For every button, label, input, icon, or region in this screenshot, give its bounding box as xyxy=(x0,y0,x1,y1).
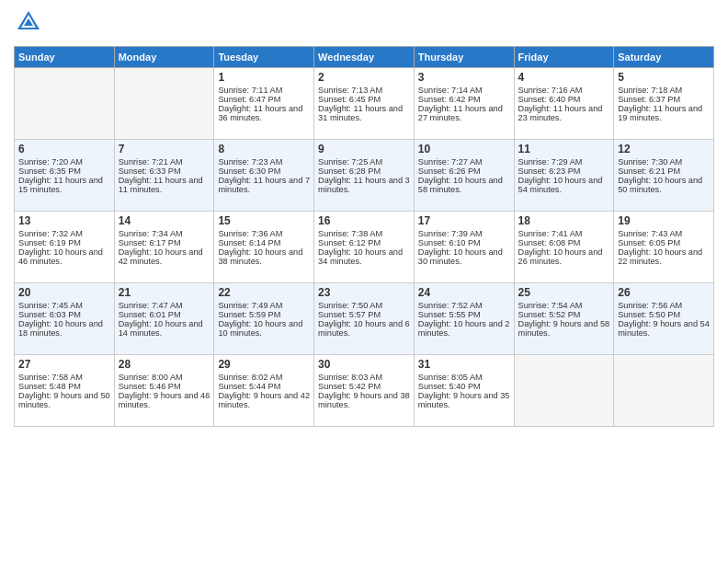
day-info: Daylight: 10 hours and 26 minutes. xyxy=(518,247,610,266)
day-cell: 20Sunrise: 7:45 AMSunset: 6:03 PMDayligh… xyxy=(15,283,115,355)
day-info: Daylight: 10 hours and 34 minutes. xyxy=(318,247,410,266)
day-cell xyxy=(514,355,614,427)
day-info: Sunrise: 8:05 AM xyxy=(418,373,510,382)
day-info: Sunrise: 7:23 AM xyxy=(218,157,310,167)
day-info: Daylight: 10 hours and 58 minutes. xyxy=(418,176,510,194)
day-info: Daylight: 9 hours and 38 minutes. xyxy=(318,391,410,409)
day-number: 14 xyxy=(119,214,210,227)
day-cell: 2Sunrise: 7:13 AMSunset: 6:45 PMDaylight… xyxy=(314,68,415,140)
day-info: Sunrise: 7:39 AM xyxy=(418,229,510,238)
day-cell: 27Sunrise: 7:58 AMSunset: 5:48 PMDayligh… xyxy=(15,355,115,427)
day-info: Sunset: 6:30 PM xyxy=(218,167,310,176)
day-number: 21 xyxy=(119,286,210,299)
day-info: Sunset: 5:48 PM xyxy=(18,382,110,391)
day-number: 17 xyxy=(418,214,510,227)
day-info: Sunset: 6:42 PM xyxy=(418,95,510,104)
day-info: Sunset: 5:55 PM xyxy=(418,310,510,319)
day-info: Sunrise: 7:45 AM xyxy=(18,301,110,310)
day-number: 20 xyxy=(18,286,110,299)
day-info: Sunrise: 7:36 AM xyxy=(218,229,310,238)
day-number: 24 xyxy=(418,286,510,299)
day-info: Sunset: 5:50 PM xyxy=(618,310,710,319)
day-info: Sunset: 6:14 PM xyxy=(218,238,310,247)
day-info: Daylight: 10 hours and 42 minutes. xyxy=(119,247,210,266)
day-info: Daylight: 10 hours and 6 minutes. xyxy=(318,319,410,338)
day-info: Sunrise: 7:18 AM xyxy=(618,86,710,95)
day-info: Daylight: 10 hours and 30 minutes. xyxy=(418,247,510,266)
day-info: Sunrise: 8:02 AM xyxy=(218,373,310,382)
day-info: Sunrise: 8:03 AM xyxy=(318,373,410,382)
day-number: 7 xyxy=(119,143,210,155)
day-info: Sunrise: 7:13 AM xyxy=(318,86,410,95)
day-cell: 23Sunrise: 7:50 AMSunset: 5:57 PMDayligh… xyxy=(314,283,415,355)
day-info: Daylight: 9 hours and 42 minutes. xyxy=(218,391,310,409)
day-cell: 13Sunrise: 7:32 AMSunset: 6:19 PMDayligh… xyxy=(15,212,115,283)
day-info: Sunrise: 7:54 AM xyxy=(518,301,610,310)
day-number: 4 xyxy=(518,71,610,84)
week-row-5: 27Sunrise: 7:58 AMSunset: 5:48 PMDayligh… xyxy=(15,355,714,427)
day-cell xyxy=(15,68,115,140)
day-number: 10 xyxy=(418,143,510,155)
day-cell: 18Sunrise: 7:41 AMSunset: 6:08 PMDayligh… xyxy=(514,212,614,283)
day-info: Daylight: 10 hours and 14 minutes. xyxy=(119,319,210,338)
day-info: Sunset: 6:10 PM xyxy=(418,238,510,247)
day-info: Sunset: 6:17 PM xyxy=(119,238,210,247)
day-info: Sunrise: 7:41 AM xyxy=(518,229,610,238)
day-info: Sunset: 6:08 PM xyxy=(518,238,610,247)
day-info: Sunrise: 7:47 AM xyxy=(119,301,210,310)
day-info: Sunset: 5:44 PM xyxy=(218,382,310,391)
day-info: Daylight: 11 hours and 11 minutes. xyxy=(119,176,210,194)
day-number: 6 xyxy=(18,143,110,155)
day-info: Sunset: 6:35 PM xyxy=(18,167,110,176)
header xyxy=(14,9,714,39)
week-row-1: 1Sunrise: 7:11 AMSunset: 6:47 PMDaylight… xyxy=(15,68,714,140)
day-cell: 24Sunrise: 7:52 AMSunset: 5:55 PMDayligh… xyxy=(414,283,514,355)
day-number: 29 xyxy=(218,358,310,371)
day-number: 19 xyxy=(618,214,710,227)
day-info: Daylight: 10 hours and 46 minutes. xyxy=(18,247,110,266)
day-info: Sunset: 6:05 PM xyxy=(618,238,710,247)
day-cell: 6Sunrise: 7:20 AMSunset: 6:35 PMDaylight… xyxy=(15,140,115,212)
header-cell-monday: Monday xyxy=(114,47,214,68)
day-number: 25 xyxy=(518,286,610,299)
day-cell: 8Sunrise: 7:23 AMSunset: 6:30 PMDaylight… xyxy=(214,140,314,212)
day-cell: 4Sunrise: 7:16 AMSunset: 6:40 PMDaylight… xyxy=(514,68,614,140)
day-number: 23 xyxy=(318,286,410,299)
day-cell: 15Sunrise: 7:36 AMSunset: 6:14 PMDayligh… xyxy=(214,212,314,283)
day-number: 30 xyxy=(318,358,410,371)
day-info: Daylight: 11 hours and 27 minutes. xyxy=(418,104,510,122)
day-info: Sunset: 6:33 PM xyxy=(119,167,210,176)
day-info: Sunset: 6:12 PM xyxy=(318,238,410,247)
day-info: Daylight: 11 hours and 19 minutes. xyxy=(618,104,710,122)
day-cell: 25Sunrise: 7:54 AMSunset: 5:52 PMDayligh… xyxy=(514,283,614,355)
day-info: Sunrise: 7:14 AM xyxy=(418,86,510,95)
day-info: Sunrise: 8:00 AM xyxy=(119,373,210,382)
day-info: Daylight: 9 hours and 35 minutes. xyxy=(418,391,510,409)
day-cell: 31Sunrise: 8:05 AMSunset: 5:40 PMDayligh… xyxy=(414,355,514,427)
day-info: Sunrise: 7:49 AM xyxy=(218,301,310,310)
day-info: Daylight: 11 hours and 36 minutes. xyxy=(218,104,310,122)
day-info: Sunrise: 7:27 AM xyxy=(418,157,510,167)
day-number: 18 xyxy=(518,214,610,227)
day-cell: 16Sunrise: 7:38 AMSunset: 6:12 PMDayligh… xyxy=(314,212,415,283)
day-cell: 11Sunrise: 7:29 AMSunset: 6:23 PMDayligh… xyxy=(514,140,614,212)
day-cell: 29Sunrise: 8:02 AMSunset: 5:44 PMDayligh… xyxy=(214,355,314,427)
logo-text xyxy=(14,9,41,39)
day-info: Sunset: 6:21 PM xyxy=(618,167,710,176)
day-cell: 10Sunrise: 7:27 AMSunset: 6:26 PMDayligh… xyxy=(414,140,514,212)
header-cell-sunday: Sunday xyxy=(15,47,115,68)
day-info: Daylight: 10 hours and 54 minutes. xyxy=(518,176,610,194)
day-info: Sunrise: 7:25 AM xyxy=(318,157,410,167)
day-number: 13 xyxy=(18,214,110,227)
day-info: Daylight: 9 hours and 54 minutes. xyxy=(618,319,710,338)
day-info: Sunrise: 7:38 AM xyxy=(318,229,410,238)
header-cell-friday: Friday xyxy=(514,47,614,68)
day-info: Sunset: 6:45 PM xyxy=(318,95,410,104)
day-info: Sunset: 5:40 PM xyxy=(418,382,510,391)
day-info: Sunset: 5:46 PM xyxy=(119,382,210,391)
day-number: 28 xyxy=(119,358,210,371)
week-row-3: 13Sunrise: 7:32 AMSunset: 6:19 PMDayligh… xyxy=(15,212,714,283)
day-cell xyxy=(614,355,714,427)
day-cell xyxy=(114,68,214,140)
day-number: 16 xyxy=(318,214,410,227)
